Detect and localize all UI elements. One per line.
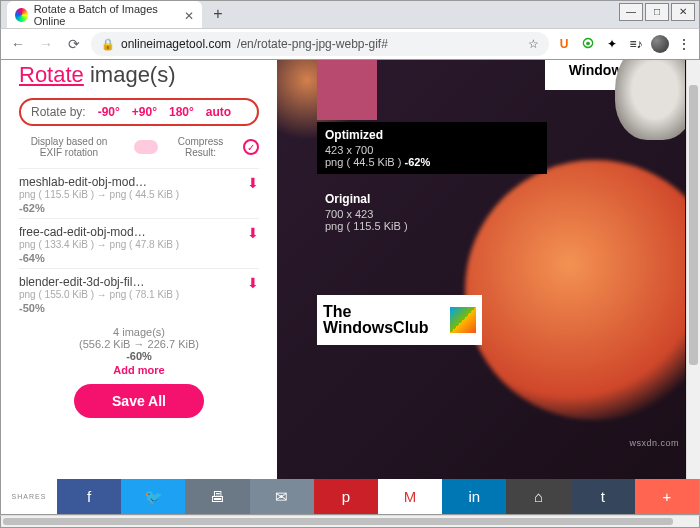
vertical-scrollbar[interactable] (686, 60, 700, 500)
compress-checkbox[interactable]: ✓ (243, 139, 259, 155)
forward-button[interactable]: → (35, 33, 57, 55)
url-domain: onlineimagetool.com (121, 37, 231, 51)
file-name: free-cad-edit-obj-mod… (19, 225, 259, 239)
scrollbar-thumb[interactable] (3, 518, 673, 525)
horizontal-scrollbar[interactable] (0, 515, 700, 528)
rotate-by-row: Rotate by: -90° +90° 180° auto (19, 98, 259, 126)
file-name: meshlab-edit-obj-mod… (19, 175, 259, 189)
windows-logo-icon (450, 307, 476, 333)
window-minimize-button[interactable]: — (619, 3, 643, 21)
file-row: free-cad-edit-obj-mod… png ( 133.4 KiB )… (19, 218, 259, 268)
control-panel: Rotate image(s) Rotate by: -90° +90° 180… (1, 60, 277, 500)
extensions-menu-icon[interactable]: ✦ (603, 35, 621, 53)
summary-sizes: (556.2 KiB → 226.7 KiB) (19, 338, 259, 350)
file-name: blender-edit-3d-obj-fil… (19, 275, 259, 289)
summary-block: 4 image(s) (556.2 KiB → 226.7 KiB) -60% … (19, 326, 259, 376)
rotate-option-auto[interactable]: auto (206, 105, 231, 119)
page-viewport: WindowsClub Optimized 423 x 700 png ( 44… (0, 60, 700, 500)
close-tab-icon[interactable]: ✕ (183, 9, 194, 21)
share-buffer[interactable]: ⌂ (506, 479, 570, 514)
rotate-option-180[interactable]: 180° (169, 105, 194, 119)
back-button[interactable]: ← (7, 33, 29, 55)
extension-icon-u[interactable]: U (555, 35, 573, 53)
add-more-link[interactable]: Add more (19, 364, 259, 376)
optimized-info-card: Optimized 423 x 700 png ( 44.5 KiB ) -62… (317, 122, 547, 174)
url-path: /en/rotate-png-jpg-webp-gif# (237, 37, 388, 51)
share-bar: SHARES f 🐦 🖶 ✉ p M in ⌂ t + (0, 479, 700, 515)
windowsclub-logo: The WindowsClub (317, 295, 482, 345)
address-bar[interactable]: 🔒 onlineimagetool.com/en/rotate-png-jpg-… (91, 32, 549, 56)
share-facebook[interactable]: f (57, 479, 121, 514)
scrollbar-thumb[interactable] (689, 85, 698, 365)
file-meta: png ( 133.4 KiB ) → png ( 47.8 KiB ) (19, 239, 259, 250)
tab-title: Rotate a Batch of Images Online (34, 3, 178, 27)
share-print[interactable]: 🖶 (185, 479, 249, 514)
preview-thumbnail-fragment (615, 60, 685, 140)
share-pinterest[interactable]: p (314, 479, 378, 514)
decorative-swirl (465, 160, 685, 420)
title-rotate-link[interactable]: Rotate (19, 62, 84, 87)
share-tumblr[interactable]: t (571, 479, 635, 514)
lock-icon: 🔒 (101, 38, 115, 51)
new-tab-button[interactable]: + (208, 5, 228, 25)
site-favicon (15, 8, 28, 22)
reload-button[interactable]: ⟳ (63, 33, 85, 55)
card-title: Original (325, 192, 459, 206)
file-row: blender-edit-3d-obj-fil… png ( 155.0 KiB… (19, 268, 259, 318)
file-percent: -62% (19, 202, 259, 214)
file-list: meshlab-edit-obj-mod… png ( 115.5 KiB ) … (19, 168, 259, 318)
rotate-option-minus90[interactable]: -90° (98, 105, 120, 119)
reading-list-icon[interactable]: ≡♪ (627, 35, 645, 53)
browser-toolbar: ← → ⟳ 🔒 onlineimagetool.com/en/rotate-pn… (0, 28, 700, 60)
download-icon[interactable]: ⬇ (247, 225, 259, 241)
profile-avatar[interactable] (651, 35, 669, 53)
file-meta: png ( 115.5 KiB ) → png ( 44.5 KiB ) (19, 189, 259, 200)
download-icon[interactable]: ⬇ (247, 275, 259, 291)
card-fileinfo: png ( 115.5 KiB ) (325, 220, 459, 232)
share-gmail[interactable]: M (378, 479, 442, 514)
rotate-option-plus90[interactable]: +90° (132, 105, 157, 119)
file-percent: -64% (19, 252, 259, 264)
card-fileinfo: png ( 44.5 KiB ) (325, 156, 405, 168)
file-meta: png ( 155.0 KiB ) → png ( 78.1 KiB ) (19, 289, 259, 300)
window-maximize-button[interactable]: □ (645, 3, 669, 21)
save-all-button[interactable]: Save All (74, 384, 204, 418)
download-icon[interactable]: ⬇ (247, 175, 259, 191)
summary-percent: -60% (19, 350, 259, 362)
browser-tab[interactable]: Rotate a Batch of Images Online ✕ (7, 1, 202, 28)
exif-label: Display based on EXIF rotation (19, 136, 119, 158)
card-title: Optimized (325, 128, 539, 142)
shares-label: SHARES (1, 479, 57, 514)
page-title: Rotate image(s) (19, 62, 259, 88)
card-percent: -62% (405, 156, 431, 168)
preview-thumbnail-fragment (317, 60, 377, 120)
file-percent: -50% (19, 302, 259, 314)
share-linkedin[interactable]: in (442, 479, 506, 514)
extension-icon-check[interactable]: ⦿ (579, 35, 597, 53)
share-twitter[interactable]: 🐦 (121, 479, 185, 514)
share-more[interactable]: + (635, 479, 699, 514)
watermark: wsxdn.com (629, 438, 679, 448)
chrome-menu-icon[interactable]: ⋮ (675, 35, 693, 53)
preview-pane: WindowsClub Optimized 423 x 700 png ( 44… (277, 60, 685, 500)
share-email[interactable]: ✉ (250, 479, 314, 514)
file-row: meshlab-edit-obj-mod… png ( 115.5 KiB ) … (19, 168, 259, 218)
card-dimensions: 700 x 423 (325, 208, 459, 220)
card-dimensions: 423 x 700 (325, 144, 539, 156)
original-info-card: Original 700 x 423 png ( 115.5 KiB ) (317, 186, 467, 238)
rotate-label: Rotate by: (31, 105, 86, 119)
bookmark-star-icon[interactable]: ☆ (528, 37, 539, 51)
window-titlebar: Rotate a Batch of Images Online ✕ + — □ … (0, 0, 700, 28)
exif-toggle[interactable] (134, 140, 158, 154)
window-close-button[interactable]: ✕ (671, 3, 695, 21)
compress-label: Compress Result: (173, 136, 228, 158)
summary-count: 4 image(s) (19, 326, 259, 338)
